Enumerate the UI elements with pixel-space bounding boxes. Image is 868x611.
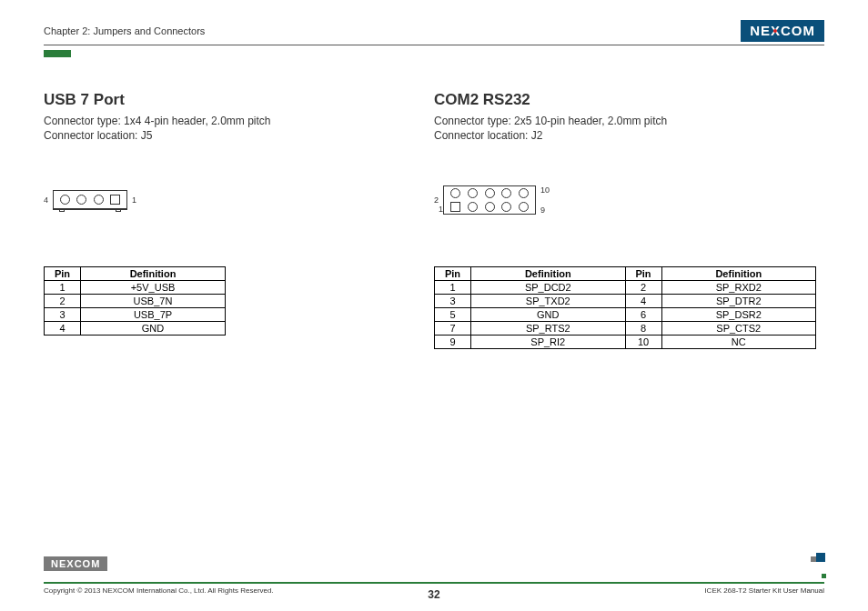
- usb7-title: USB 7 Port: [44, 91, 416, 109]
- col-def: Definition: [471, 267, 626, 281]
- com2-desc-line2: Connector location: J2: [434, 129, 542, 142]
- usb7-connector-diagram: 4 1: [44, 184, 416, 216]
- col-pin: Pin: [435, 267, 471, 281]
- footer-rule: [44, 582, 824, 584]
- col-def: Definition: [81, 267, 226, 281]
- usb7-pin4-label: 4: [44, 195, 48, 205]
- pin-circle-icon: [501, 188, 511, 198]
- pin-circle-icon: [94, 195, 104, 205]
- table-row: 3USB_7P: [45, 308, 226, 322]
- com2-pin9-label: 9: [540, 205, 550, 215]
- usb7-pinout-table: Pin Definition 1+5V_USB 2USB_7N 3USB_7P …: [44, 266, 226, 336]
- com2-pinout-table: Pin Definition Pin Definition 1SP_DCD22S…: [434, 266, 816, 349]
- usb7-desc-line1: Connector type: 1x4 4-pin header, 2.0mm …: [44, 115, 270, 127]
- header-rule: [44, 45, 824, 45]
- usb7-pin1-label: 1: [132, 195, 136, 205]
- page-footer: NEXCOM Copyright © 2013 NEXCOM Internati…: [44, 555, 824, 595]
- pin-circle-icon: [468, 188, 478, 198]
- copyright-text: Copyright © 2013 NEXCOM International Co…: [44, 586, 274, 595]
- page-number: 32: [428, 588, 439, 601]
- table-row: 9SP_RI210NC: [435, 336, 816, 349]
- pin-circle-icon: [60, 195, 70, 205]
- pin-square-icon: [110, 195, 120, 205]
- pin-circle-icon: [450, 188, 460, 198]
- pin-circle-icon: [468, 202, 478, 212]
- connector-2x5-icon: [443, 185, 536, 215]
- com2-title: COM2 RS232: [434, 91, 806, 109]
- table-row: 5GND6SP_DSR2: [435, 308, 816, 322]
- com2-pin1-label: 1: [439, 205, 443, 214]
- table-row: 7SP_RTS28SP_CTS2: [435, 322, 816, 336]
- table-row: 3SP_TXD24SP_DTR2: [435, 295, 816, 308]
- footer-decoration-icon: [811, 546, 826, 578]
- col-pin: Pin: [45, 267, 81, 281]
- com2-pin2-label: 2: [434, 195, 439, 205]
- pin-circle-icon: [519, 188, 529, 198]
- brand-logo: NEXCOM: [741, 20, 824, 42]
- section-accent: [44, 50, 71, 57]
- com2-desc-line1: Connector type: 2x5 10-pin header, 2.0mm…: [434, 115, 667, 127]
- col-def: Definition: [661, 267, 815, 281]
- pin-circle-icon: [501, 202, 511, 212]
- doc-title: ICEK 268-T2 Starter Kit User Manual: [704, 586, 824, 595]
- table-row: 1SP_DCD22SP_RXD2: [435, 281, 816, 295]
- table-row: 4GND: [45, 322, 226, 336]
- com2-desc: Connector type: 2x5 10-pin header, 2.0mm…: [434, 114, 806, 143]
- col-pin: Pin: [625, 267, 661, 281]
- chapter-label: Chapter 2: Jumpers and Connectors: [44, 25, 205, 36]
- table-row: 2USB_7N: [45, 295, 226, 308]
- footer-logo: NEXCOM: [44, 556, 107, 571]
- com2-pin10-label: 10: [540, 185, 550, 195]
- pin-circle-icon: [519, 202, 529, 212]
- pin-square-icon: [450, 202, 460, 212]
- connector-1x4-icon: [53, 190, 127, 210]
- com2-connector-diagram: 2: [434, 184, 806, 216]
- usb7-desc: Connector type: 1x4 4-pin header, 2.0mm …: [44, 114, 416, 143]
- usb7-desc-line2: Connector location: J5: [44, 129, 152, 142]
- table-row: 1+5V_USB: [45, 281, 226, 295]
- pin-circle-icon: [485, 188, 495, 198]
- pin-circle-icon: [76, 195, 86, 205]
- pin-circle-icon: [485, 202, 495, 212]
